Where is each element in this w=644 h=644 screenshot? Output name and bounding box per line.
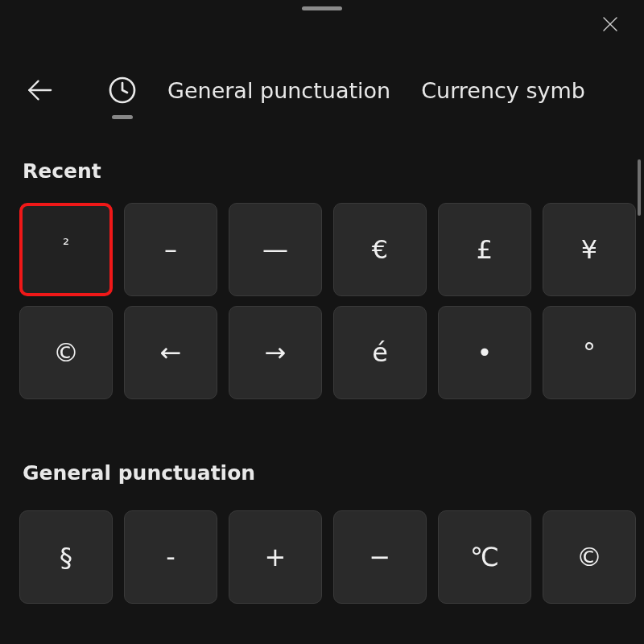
degree-celsius-glyph: ℃ [470,544,499,570]
hyphen-glyph: - [166,544,175,570]
symbol-key-section-sign[interactable]: § [19,510,113,604]
em-dash-glyph: — [262,237,288,262]
e-acute-glyph: é [372,340,388,365]
drag-handle[interactable] [302,6,342,10]
symbol-key-e-acute[interactable]: é [333,306,427,399]
euro-sign-glyph: € [372,237,388,262]
plus-sign-glyph: + [265,544,287,570]
symbol-key-pound-sign[interactable]: £ [438,203,531,296]
bullet-glyph: • [477,340,493,365]
right-arrow-glyph: → [265,340,287,365]
left-arrow-glyph: ← [160,340,182,365]
recent-symbol-grid-row1: ²–—€£¥ [19,203,644,296]
symbol-key-copyright-sign[interactable]: © [543,510,636,604]
degree-sign-glyph: ° [583,340,596,365]
symbol-key-degree-celsius[interactable]: ℃ [438,510,531,604]
symbol-key-em-dash[interactable]: — [229,203,322,296]
symbol-key-minus-sign[interactable]: − [333,510,427,604]
tab-recent[interactable] [108,76,137,105]
section-heading-recent: Recent [23,159,101,183]
yen-sign-glyph: ¥ [581,237,597,262]
symbol-key-degree-sign[interactable]: ° [543,306,636,399]
copyright-sign-glyph: © [53,340,79,365]
symbol-key-left-arrow[interactable]: ← [124,306,217,399]
back-button[interactable] [26,76,53,104]
section-heading-general: General punctuation [23,461,255,485]
symbol-key-en-dash[interactable]: – [124,203,217,296]
symbol-key-right-arrow[interactable]: → [229,306,322,399]
superscript-two-glyph: ² [63,237,69,253]
close-button[interactable] [601,14,620,34]
category-tab-bar: General punctuation Currency symb [26,71,644,109]
section-sign-glyph: § [60,544,72,570]
recent-symbol-grid-row2: ©←→é•° [19,306,644,399]
en-dash-glyph: – [164,237,177,262]
tab-currency-symbols[interactable]: Currency symb [421,78,585,103]
copyright-sign-glyph: © [576,544,602,570]
minus-sign-glyph: − [369,544,391,570]
symbol-key-euro-sign[interactable]: € [333,203,427,296]
tab-general-punctuation[interactable]: General punctuation [167,78,390,103]
symbol-key-superscript-two[interactable]: ² [19,203,113,296]
symbol-key-yen-sign[interactable]: ¥ [543,203,636,296]
symbol-key-hyphen[interactable]: - [124,510,217,604]
general-symbol-grid-row1: §-+−℃© [19,510,644,604]
pound-sign-glyph: £ [477,237,493,262]
active-tab-indicator [112,115,133,119]
symbol-key-plus-sign[interactable]: + [229,510,322,604]
symbol-key-copyright-sign[interactable]: © [19,306,113,399]
symbol-key-bullet[interactable]: • [438,306,531,399]
